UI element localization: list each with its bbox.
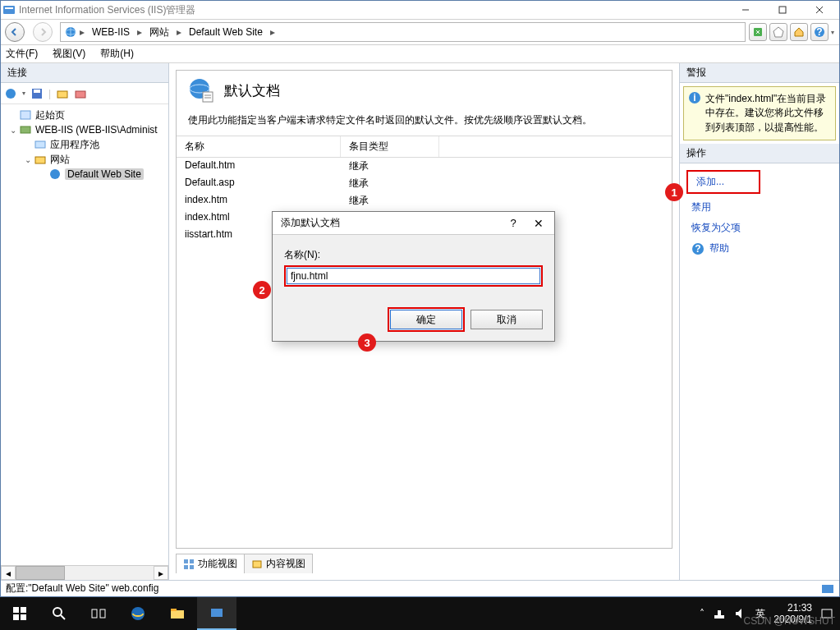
taskbar: ˄ 英 21:33 2020/9/1: [0, 597, 840, 630]
tree-default-web-site[interactable]: Default Web Site: [1, 167, 168, 182]
app-icon: [2, 3, 16, 16]
back-button[interactable]: [2, 21, 27, 44]
annotation-badge-2: 2: [253, 281, 271, 299]
stop-button[interactable]: [769, 23, 787, 41]
statusbar: 配置:"Default Web Site" web.config: [1, 580, 839, 596]
chevron-down-icon[interactable]: ⌄: [24, 155, 32, 164]
action-disable[interactable]: 禁用: [680, 197, 839, 218]
dialog-titlebar: 添加默认文档 ? ✕: [273, 212, 554, 235]
menu-view[interactable]: 视图(V): [53, 47, 85, 61]
horizontal-scrollbar[interactable]: ◂ ▸: [1, 565, 168, 580]
up-icon[interactable]: [56, 87, 69, 100]
svg-rect-27: [184, 559, 188, 563]
dialog-close-button[interactable]: ✕: [525, 217, 553, 230]
ok-button[interactable]: 确定: [390, 310, 462, 329]
dialog-help-button[interactable]: ?: [502, 217, 525, 229]
svg-text:i: i: [693, 92, 695, 103]
connections-toolbar: ▾ |: [1, 83, 168, 104]
breadcrumb[interactable]: ▸ WEB-IIS ▸ 网站 ▸ Default Web Site ▸: [60, 22, 746, 42]
actions-header: 操作: [680, 144, 839, 163]
scroll-thumb[interactable]: [16, 566, 65, 580]
watermark: CSDN @NOWSHUT: [743, 615, 835, 627]
table-row[interactable]: Default.htm继承: [177, 158, 672, 175]
forward-button[interactable]: [30, 21, 55, 44]
save-icon[interactable]: [30, 87, 44, 100]
tree-server[interactable]: ⌄ WEB-IIS (WEB-IIS\Administ: [1, 122, 168, 137]
search-button[interactable]: [39, 597, 79, 630]
connections-tree: 起始页 ⌄ WEB-IIS (WEB-IIS\Administ 应用程序池 ⌄ …: [1, 104, 168, 565]
taskbar-ie[interactable]: [118, 597, 158, 630]
iis-manager-window: Internet Information Services (IIS)管理器 ▸…: [0, 0, 840, 597]
taskbar-explorer[interactable]: [158, 597, 197, 630]
help-icon[interactable]: ?: [810, 23, 829, 41]
info-icon: i: [688, 91, 701, 104]
svg-rect-39: [13, 614, 19, 620]
action-revert[interactable]: 恢复为父项: [680, 218, 839, 238]
menu-file[interactable]: 文件(F): [6, 47, 38, 61]
features-icon: [183, 559, 195, 570]
task-view-button[interactable]: [79, 597, 118, 630]
breadcrumb-sites[interactable]: 网站: [145, 25, 174, 39]
table-row[interactable]: Default.asp继承: [177, 175, 672, 192]
network-icon[interactable]: [713, 607, 726, 620]
window-title: Internet Information Services (IIS)管理器: [19, 3, 727, 17]
titlebar: Internet Information Services (IIS)管理器: [1, 1, 839, 19]
svg-point-41: [53, 608, 62, 616]
menubar: 文件(F) 视图(V) 帮助(H): [1, 45, 839, 63]
dropdown-icon[interactable]: ▾: [831, 23, 836, 41]
settings-icon[interactable]: [74, 87, 87, 100]
config-icon[interactable]: [821, 582, 834, 596]
start-button[interactable]: [0, 597, 39, 630]
svg-rect-46: [171, 610, 184, 619]
tree-app-pools[interactable]: 应用程序池: [1, 137, 168, 152]
name-input[interactable]: [287, 268, 540, 284]
cancel-button[interactable]: 取消: [470, 310, 543, 329]
connect-icon[interactable]: [4, 87, 17, 100]
right-panel: 警报 i 文件"index.html"在当前目录中存在。建议您将此文件移到列表顶…: [679, 63, 839, 580]
breadcrumb-default-site[interactable]: Default Web Site: [184, 26, 268, 38]
refresh-all-button[interactable]: [749, 23, 767, 41]
svg-rect-16: [76, 91, 85, 98]
svg-rect-28: [190, 559, 194, 563]
globe-icon: [64, 25, 77, 39]
taskbar-iis-manager[interactable]: [197, 597, 236, 630]
dropdown-icon[interactable]: ▾: [22, 90, 25, 97]
alerts-header: 警报: [680, 63, 839, 83]
tree-start-page[interactable]: 起始页: [1, 108, 168, 122]
svg-point-21: [50, 169, 60, 179]
tab-content-view[interactable]: 内容视图: [244, 554, 313, 573]
annotation-badge-3: 3: [358, 333, 376, 352]
svg-rect-30: [190, 565, 194, 569]
maximize-button[interactable]: [764, 2, 801, 18]
menu-help[interactable]: 帮助(H): [100, 47, 134, 61]
server-icon: [19, 123, 32, 136]
minimize-button[interactable]: [727, 2, 764, 18]
tree-sites[interactable]: ⌄ 网站: [1, 152, 168, 167]
tray-up-icon[interactable]: ˄: [700, 608, 705, 619]
dialog-title: 添加默认文档: [281, 216, 502, 230]
breadcrumb-server[interactable]: WEB-IIS: [87, 26, 135, 38]
body: 连接 ▾ | 起始页 ⌄ WEB-IIS (WEB-IIS\Adminis: [1, 63, 839, 580]
scroll-left-icon[interactable]: ◂: [1, 566, 16, 580]
home-button[interactable]: [790, 23, 808, 41]
view-tabs: 功能视图 内容视图: [176, 554, 672, 573]
scroll-right-icon[interactable]: ▸: [154, 566, 168, 580]
chevron-down-icon[interactable]: ⌄: [9, 126, 17, 135]
svg-text:?: ?: [695, 243, 700, 255]
table-row[interactable]: index.htm继承: [177, 192, 672, 209]
svg-rect-49: [714, 615, 724, 619]
svg-rect-47: [171, 609, 177, 611]
action-help[interactable]: ? 帮助: [680, 238, 839, 259]
svg-rect-38: [21, 607, 26, 613]
close-button[interactable]: [801, 2, 838, 18]
chevron-right-icon: ▸: [174, 26, 184, 38]
action-add[interactable]: 添加...: [686, 170, 760, 194]
svg-rect-24: [203, 92, 213, 102]
svg-rect-44: [100, 609, 105, 618]
column-name[interactable]: 名称: [177, 136, 341, 157]
svg-rect-43: [92, 609, 97, 618]
chevron-right-icon: ▸: [268, 26, 278, 38]
name-label: 名称(N):: [284, 248, 543, 262]
column-type[interactable]: 条目类型: [341, 136, 439, 157]
tab-features-view[interactable]: 功能视图: [176, 554, 245, 573]
